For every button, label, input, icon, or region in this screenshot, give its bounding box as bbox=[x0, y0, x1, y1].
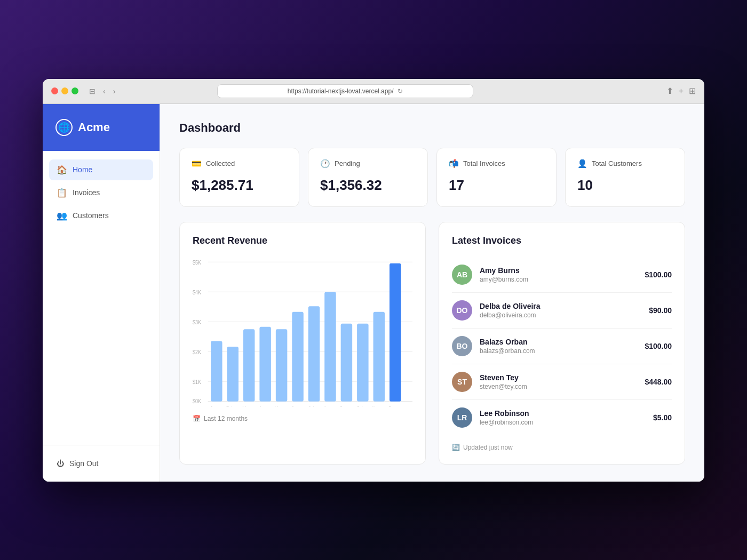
invoice-item-steven: ST Steven Tey steven@tey.com $448.00 bbox=[452, 364, 672, 400]
sidebar-item-customers[interactable]: 👥Customers bbox=[49, 205, 153, 226]
svg-text:Oct: Oct bbox=[356, 405, 363, 406]
address-bar[interactable]: https://tutorial-nextjs-lovat.vercel.app… bbox=[217, 84, 473, 98]
latest-invoices-title: Latest Invoices bbox=[452, 235, 672, 246]
stats-grid: 💳 Collected $1,285.71 🕐 Pending $1,356.3… bbox=[179, 148, 685, 207]
home-nav-label: Home bbox=[73, 165, 92, 174]
chart-footer: 📅 Last 12 months bbox=[193, 415, 412, 422]
stat-header-pending: 🕐 Pending bbox=[320, 159, 416, 169]
svg-text:$3K: $3K bbox=[193, 318, 201, 325]
svg-rect-14 bbox=[243, 329, 255, 401]
revenue-chart-card: Recent Revenue $5K $4K $3K $2K $1K $0K bbox=[179, 222, 426, 465]
invoice-item-lee: LR Lee Robinson lee@robinson.com $5.00 bbox=[452, 400, 672, 435]
forward-btn[interactable]: › bbox=[111, 86, 118, 97]
stat-value-pending: $1,356.32 bbox=[320, 177, 416, 194]
invoices-footer: 🔄 Updated just now bbox=[452, 444, 672, 451]
invoice-email-balazs: balazs@orban.com bbox=[480, 347, 637, 355]
chart-container: $5K $4K $3K $2K $1K $0K bbox=[193, 257, 412, 406]
svg-text:Feb: Feb bbox=[226, 405, 234, 406]
traffic-light-minimize[interactable] bbox=[61, 87, 68, 94]
invoice-amount-balazs: $100.00 bbox=[645, 342, 672, 350]
svg-rect-21 bbox=[357, 323, 368, 401]
share-btn[interactable]: ⬆ bbox=[666, 86, 673, 96]
sidebar: 🌐 Acme 🏠Home📋Invoices👥Customers ⏻ Sign O… bbox=[43, 104, 160, 482]
invoice-name-delba: Delba de Oliveira bbox=[480, 302, 641, 310]
traffic-lights bbox=[51, 87, 78, 94]
avatar-amy: AB bbox=[452, 265, 472, 285]
stat-value-total-customers: 10 bbox=[577, 177, 673, 194]
invoices-nav-label: Invoices bbox=[73, 188, 100, 197]
customers-nav-label: Customers bbox=[73, 211, 109, 220]
invoice-email-steven: steven@tey.com bbox=[480, 383, 637, 390]
invoice-info-delba: Delba de Oliveira delba@oliveira.com bbox=[480, 302, 641, 319]
invoice-item-balazs: BO Balazs Orban balazs@orban.com $100.00 bbox=[452, 329, 672, 364]
invoice-email-delba: delba@oliveira.com bbox=[480, 311, 641, 319]
bottom-grid: Recent Revenue $5K $4K $3K $2K $1K $0K bbox=[179, 222, 685, 465]
invoice-name-balazs: Balazs Orban bbox=[480, 338, 637, 346]
avatar-lee: LR bbox=[452, 407, 472, 428]
revenue-chart-title: Recent Revenue bbox=[193, 235, 412, 246]
svg-rect-19 bbox=[324, 292, 336, 401]
sidebar-nav: 🏠Home📋Invoices👥Customers bbox=[43, 151, 160, 445]
invoice-amount-lee: $5.00 bbox=[653, 413, 672, 422]
invoice-info-balazs: Balazs Orban balazs@orban.com bbox=[480, 338, 637, 355]
reload-icon[interactable]: ↻ bbox=[398, 87, 403, 95]
stat-value-collected: $1,285.71 bbox=[192, 177, 287, 194]
stat-icon-pending: 🕐 bbox=[320, 159, 330, 169]
invoice-info-lee: Lee Robinson lee@robinson.com bbox=[480, 409, 646, 426]
sidebar-toggle-btn[interactable]: ⊟ bbox=[87, 86, 98, 97]
sign-out-button[interactable]: ⏻ Sign Out bbox=[49, 454, 153, 473]
browser-chrome: ⊟ ‹ › https://tutorial-nextjs-lovat.verc… bbox=[43, 79, 704, 104]
stat-icon-total-customers: 👤 bbox=[577, 159, 587, 169]
invoice-email-lee: lee@robinson.com bbox=[480, 419, 646, 426]
svg-rect-20 bbox=[341, 323, 352, 401]
svg-text:Jul: Jul bbox=[308, 405, 314, 406]
avatar-delba: DO bbox=[452, 300, 472, 321]
customers-nav-icon: 👥 bbox=[57, 211, 67, 221]
page-title: Dashboard bbox=[179, 121, 685, 135]
sidebar-item-invoices[interactable]: 📋Invoices bbox=[49, 182, 153, 203]
svg-text:Nov: Nov bbox=[372, 405, 380, 406]
svg-text:$5K: $5K bbox=[193, 259, 201, 265]
stat-header-total-customers: 👤 Total Customers bbox=[577, 159, 673, 169]
traffic-light-close[interactable] bbox=[51, 87, 58, 94]
invoice-amount-delba: $90.00 bbox=[649, 306, 672, 315]
invoices-list: AB Amy Burns amy@burns.com $100.00 DO De… bbox=[452, 257, 672, 435]
home-nav-icon: 🏠 bbox=[57, 165, 67, 175]
sign-out-icon: ⏻ bbox=[57, 459, 64, 468]
svg-text:Jun: Jun bbox=[291, 405, 298, 406]
stat-card-total-invoices: 📬 Total Invoices 17 bbox=[436, 148, 557, 207]
svg-text:$4K: $4K bbox=[193, 289, 201, 295]
invoice-item-amy: AB Amy Burns amy@burns.com $100.00 bbox=[452, 257, 672, 293]
latest-invoices-card: Latest Invoices AB Amy Burns amy@burns.c… bbox=[439, 222, 685, 465]
invoice-email-amy: amy@burns.com bbox=[480, 276, 637, 283]
new-tab-btn[interactable]: + bbox=[679, 86, 684, 96]
svg-rect-18 bbox=[308, 306, 320, 401]
sidebar-footer: ⏻ Sign Out bbox=[43, 445, 160, 482]
invoice-name-lee: Lee Robinson bbox=[480, 409, 646, 418]
grid-btn[interactable]: ⊞ bbox=[689, 86, 696, 96]
back-btn[interactable]: ‹ bbox=[101, 86, 108, 97]
revenue-chart-svg: $5K $4K $3K $2K $1K $0K bbox=[193, 257, 412, 406]
sidebar-item-home[interactable]: 🏠Home bbox=[49, 159, 153, 180]
svg-text:Dec: Dec bbox=[388, 405, 396, 406]
stat-header-collected: 💳 Collected bbox=[192, 159, 287, 169]
svg-rect-15 bbox=[259, 326, 271, 401]
sign-out-label: Sign Out bbox=[69, 459, 98, 468]
stat-card-collected: 💳 Collected $1,285.71 bbox=[179, 148, 299, 207]
traffic-light-maximize[interactable] bbox=[71, 87, 78, 94]
avatar-balazs: BO bbox=[452, 336, 472, 356]
invoices-footer-icon: 🔄 bbox=[452, 444, 460, 451]
svg-text:$2K: $2K bbox=[193, 348, 201, 355]
svg-rect-22 bbox=[374, 311, 385, 401]
stat-label-pending: Pending bbox=[335, 159, 360, 167]
invoice-info-amy: Amy Burns amy@burns.com bbox=[480, 266, 637, 283]
chart-footer-text: Last 12 months bbox=[204, 415, 248, 422]
invoices-nav-icon: 📋 bbox=[57, 188, 67, 198]
invoice-name-amy: Amy Burns bbox=[480, 266, 637, 275]
invoice-amount-amy: $100.00 bbox=[645, 270, 672, 279]
invoice-amount-steven: $448.00 bbox=[645, 378, 672, 386]
browser-window: ⊟ ‹ › https://tutorial-nextjs-lovat.verc… bbox=[43, 79, 704, 482]
svg-rect-17 bbox=[292, 311, 303, 401]
stat-icon-total-invoices: 📬 bbox=[449, 159, 459, 169]
invoice-name-steven: Steven Tey bbox=[480, 373, 637, 382]
